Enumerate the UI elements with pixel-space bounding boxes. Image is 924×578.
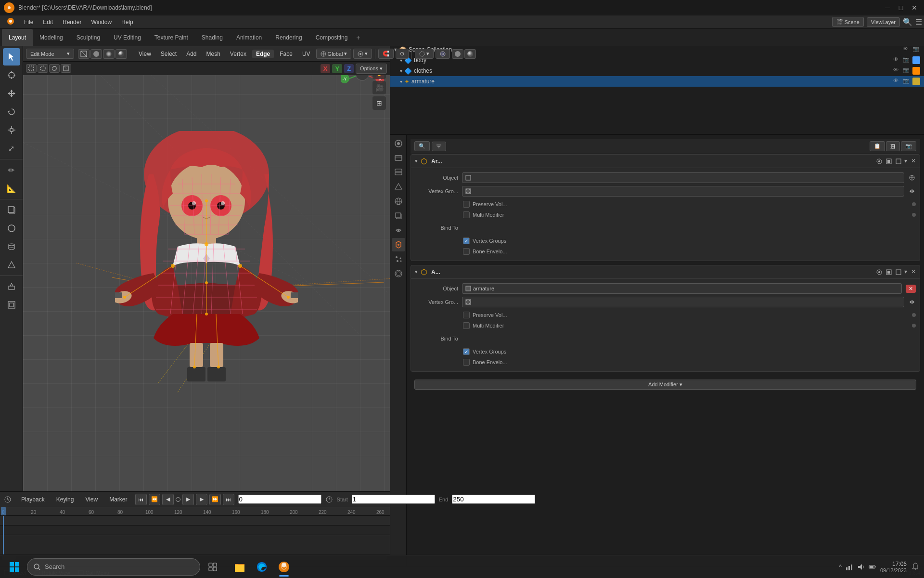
camera-icon[interactable]: 🎥	[372, 81, 386, 94]
view-layer-selector[interactable]: ViewLayer	[867, 17, 900, 27]
tool-extrude[interactable]	[3, 278, 20, 295]
scene-selector[interactable]: 🎬 Scene	[832, 17, 864, 27]
jump-forward-keyframe[interactable]: ⏩	[209, 494, 221, 505]
visibility-toggle[interactable]: 👁	[903, 46, 911, 53]
tab-modeling[interactable]: Modeling	[33, 29, 70, 46]
mod2-object-remove[interactable]: ✕	[906, 285, 916, 293]
menu-view[interactable]: View	[135, 50, 155, 58]
mod2-delete[interactable]: ✕	[911, 268, 916, 276]
mod1-vg-flip[interactable]	[908, 187, 916, 195]
prop-world[interactable]	[392, 195, 405, 208]
current-frame-input[interactable]	[238, 495, 321, 504]
taskbar-search[interactable]: Search	[27, 558, 200, 576]
tool-add-sphere[interactable]	[3, 220, 20, 237]
menu-blender[interactable]	[2, 15, 19, 28]
mod2-render[interactable]	[886, 269, 892, 276]
mod1-vg-field[interactable]	[462, 186, 904, 197]
task-view[interactable]	[202, 556, 223, 578]
snap-toggle[interactable]: 🧲	[378, 49, 394, 59]
menu-mesh[interactable]: Mesh	[203, 50, 224, 58]
body-color-indicator[interactable]	[912, 56, 920, 64]
menu-edit[interactable]: Edit	[38, 17, 58, 27]
prop-view-layer[interactable]	[392, 166, 405, 179]
tab-shading[interactable]: Shading	[195, 29, 230, 46]
viewport-rendered[interactable]	[116, 49, 127, 59]
tool-add-cone[interactable]	[3, 256, 20, 274]
step-back[interactable]: ◀	[162, 494, 174, 505]
timeline-content[interactable]	[0, 516, 390, 554]
axis-y-indicator[interactable]: Y	[332, 64, 342, 73]
mod1-vg-bind-check[interactable]: ✓	[463, 237, 470, 244]
proportional-edit[interactable]: ⊙	[396, 49, 409, 59]
body-visibility[interactable]: 👁	[893, 56, 901, 64]
tool-cursor[interactable]	[3, 66, 20, 84]
mod1-object-field[interactable]	[462, 172, 904, 183]
outliner-item-armature[interactable]: ▾ ✦ armature 👁 📷	[390, 76, 924, 87]
mode-dropdown[interactable]: Edit Mode ▾	[26, 49, 74, 59]
menu-window[interactable]: Window	[86, 17, 116, 27]
viewport-material[interactable]	[103, 49, 115, 59]
tool-select[interactable]	[3, 48, 20, 66]
select-box[interactable]	[26, 64, 37, 73]
tool-measure[interactable]: 📐	[3, 180, 20, 197]
mod2-vg-bind-check[interactable]: ✓	[463, 348, 470, 355]
prop-constraint[interactable]	[392, 223, 405, 237]
armature-visibility[interactable]: 👁	[893, 78, 901, 85]
modifier-2-header[interactable]: ▾ A... ▾ ✕	[411, 265, 920, 279]
search-icon[interactable]: 🔍	[903, 17, 912, 26]
mod1-dropdown[interactable]: ▾	[904, 158, 907, 165]
tab-texture-paint[interactable]: Texture Paint	[148, 29, 195, 46]
windows-button[interactable]	[4, 556, 25, 578]
menu-uv[interactable]: UV	[298, 50, 314, 58]
show-hidden-icon[interactable]: ^	[839, 564, 842, 570]
mod1-editmode[interactable]	[895, 158, 902, 165]
rp-icon3[interactable]: 📷	[901, 141, 916, 151]
tool-rotate[interactable]	[3, 103, 20, 120]
menu-vertex[interactable]: Vertex	[226, 50, 250, 58]
end-frame-input[interactable]	[452, 495, 535, 504]
axis-x-indicator[interactable]: X	[321, 64, 331, 73]
jump-to-start[interactable]: ⏮	[135, 494, 147, 505]
rp-icon2[interactable]: 🖼	[886, 141, 900, 151]
prop-modifier[interactable]	[392, 238, 405, 251]
mod2-preserve-check[interactable]	[463, 312, 470, 318]
pivot-point[interactable]: ▾	[353, 49, 372, 59]
tool-add-cylinder[interactable]	[3, 238, 20, 255]
clothes-color[interactable]	[912, 67, 920, 75]
play-button[interactable]: ▶	[182, 494, 194, 505]
menu-select[interactable]: Select	[157, 50, 180, 58]
mod1-realtime[interactable]	[876, 158, 883, 165]
prop-physics[interactable]	[392, 267, 405, 280]
shading-options[interactable]	[464, 49, 476, 59]
modifier-1-header[interactable]: ▾ Ar... ▾ ✕	[411, 155, 920, 168]
menu-face[interactable]: Face	[276, 50, 296, 58]
timeline-ruler[interactable]: 0 20 40 60 80 100 120 140 160 180 200 22…	[0, 507, 390, 516]
menu-keying[interactable]: Keying	[52, 495, 78, 504]
select-lasso[interactable]	[49, 64, 60, 73]
mod1-bone-check[interactable]	[463, 248, 470, 255]
mod1-render[interactable]	[886, 158, 892, 165]
mod2-multi-check[interactable]	[463, 322, 470, 329]
tab-layout[interactable]: Layout	[2, 29, 33, 46]
prop-render[interactable]	[392, 137, 405, 150]
start-frame-input[interactable]	[352, 495, 435, 504]
mod2-vg-field[interactable]	[462, 297, 904, 307]
mod1-delete[interactable]: ✕	[911, 158, 916, 165]
mod2-dropdown[interactable]: ▾	[904, 268, 907, 276]
tool-transform[interactable]: ⤢	[3, 140, 20, 157]
transform-orientation[interactable]: Global ▾	[316, 49, 352, 59]
main-viewport[interactable]: Back Orthographic (0) body 10 Centimeter…	[23, 46, 390, 491]
tab-compositing[interactable]: Compositing	[309, 29, 355, 46]
add-workspace[interactable]: +	[356, 34, 360, 41]
tool-move[interactable]	[3, 85, 20, 102]
tab-animation[interactable]: Animation	[230, 29, 269, 46]
menu-help[interactable]: Help	[116, 17, 138, 27]
filter-icon[interactable]: ☰	[915, 17, 922, 26]
notification-icon[interactable]	[911, 562, 920, 572]
armature-color[interactable]	[912, 78, 920, 85]
step-forward[interactable]: ▶	[196, 494, 207, 505]
xray-toggle[interactable]	[436, 49, 450, 59]
overlay-toggle[interactable]: ▾	[415, 49, 434, 59]
tab-rendering[interactable]: Rendering	[269, 29, 308, 46]
select-circle[interactable]	[38, 64, 48, 73]
